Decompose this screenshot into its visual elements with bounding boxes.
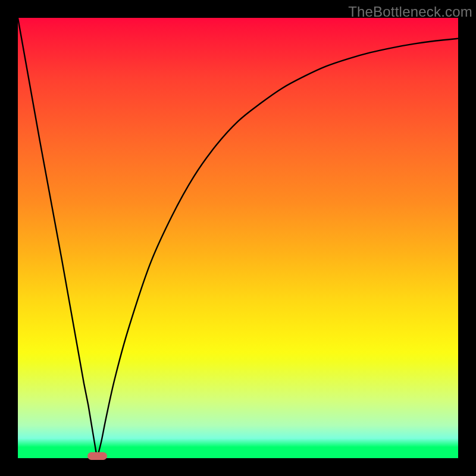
watermark-text: TheBottleneck.com (348, 4, 472, 20)
optimum-marker (87, 452, 107, 460)
chart-frame: TheBottleneck.com (0, 0, 476, 476)
curve-path (18, 18, 458, 458)
plot-area (18, 18, 458, 458)
bottleneck-curve (18, 18, 458, 458)
